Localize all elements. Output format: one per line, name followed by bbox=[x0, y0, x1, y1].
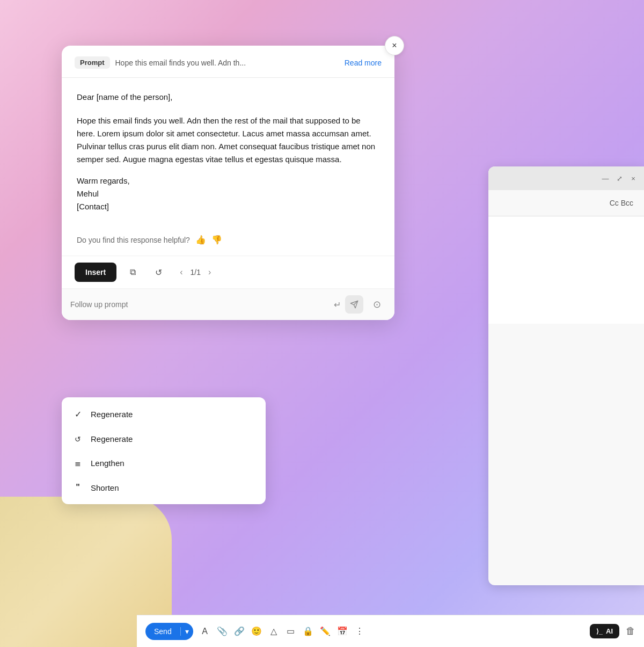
action-bar: Insert ⧉ ↺ ‹ 1/1 › bbox=[62, 256, 394, 288]
thumbs-up-icon[interactable]: 👍 bbox=[195, 235, 206, 245]
cc-bcc-label: Cc Bcc bbox=[610, 199, 633, 207]
prev-page-button[interactable]: ‹ bbox=[177, 265, 186, 279]
cc-bcc-area: Cc Bcc bbox=[488, 190, 644, 216]
compose-toolbar: Send ▾ A 📎 🔗 🙂 △ ▭ 🔒 ✏️ 📅 ⋮ ⟩_ AI 🗑 bbox=[137, 615, 644, 647]
calendar-icon[interactable]: 📅 bbox=[337, 626, 348, 637]
return-icon[interactable]: ↵ bbox=[334, 300, 341, 310]
prompt-header: Prompt Hope this email finds you well. A… bbox=[62, 46, 394, 78]
feedback-question: Do you find this response helpful? bbox=[77, 236, 190, 244]
refresh-icon[interactable]: ↺ bbox=[149, 263, 168, 282]
insert-button[interactable]: Insert bbox=[75, 263, 116, 282]
format-text-icon[interactable]: A bbox=[200, 626, 210, 637]
thumbs-down-icon[interactable]: 👎 bbox=[211, 235, 222, 245]
email-body: Hope this email finds you well. Adn then… bbox=[77, 114, 379, 166]
refresh-dropdown-icon: ↺ bbox=[72, 435, 83, 444]
target-icon[interactable]: ⊙ bbox=[368, 295, 386, 314]
read-more-link[interactable]: Read more bbox=[345, 59, 382, 67]
check-icon: ✓ bbox=[72, 409, 83, 419]
dropdown-item-shorten[interactable]: " Shorten bbox=[62, 475, 266, 500]
dropdown-menu: ✓ Regenerate ↺ Regenerate ≣ Lengthen " S… bbox=[62, 397, 266, 504]
dropdown-item-check-regenerate[interactable]: ✓ Regenerate bbox=[62, 402, 266, 427]
follow-up-area: ↵ ⊙ bbox=[62, 288, 394, 320]
pen-icon[interactable]: ✏️ bbox=[320, 626, 331, 637]
ai-panel: × Prompt Hope this email finds you well.… bbox=[62, 46, 394, 320]
attach-icon[interactable]: 📎 bbox=[217, 626, 228, 637]
dropdown-item-label-4: Shorten bbox=[91, 483, 119, 492]
delete-draft-icon[interactable]: 🗑 bbox=[626, 626, 635, 637]
photo-icon[interactable]: ▭ bbox=[286, 626, 296, 637]
shorten-icon: " bbox=[72, 483, 83, 492]
emoji-icon[interactable]: 🙂 bbox=[251, 626, 262, 637]
email-name: Mehul bbox=[77, 189, 99, 198]
send-label: Send bbox=[145, 627, 180, 636]
compose-close-button[interactable]: × bbox=[629, 174, 638, 183]
send-button[interactable]: Send ▾ bbox=[145, 623, 193, 640]
follow-up-input[interactable] bbox=[70, 300, 330, 309]
send-dropdown-arrow[interactable]: ▾ bbox=[180, 627, 193, 636]
copy-icon[interactable]: ⧉ bbox=[123, 263, 142, 282]
lengthen-icon: ≣ bbox=[72, 459, 83, 468]
more-options-icon[interactable]: ⋮ bbox=[354, 626, 365, 637]
ai-icon: ⟩_ bbox=[596, 628, 603, 635]
link-icon[interactable]: 🔗 bbox=[234, 626, 245, 637]
compose-header: — ⤢ × bbox=[488, 166, 644, 190]
email-greeting: Dear [name of the person], bbox=[77, 91, 379, 104]
dropdown-item-label-3: Lengthen bbox=[91, 459, 125, 468]
prompt-badge: Prompt bbox=[75, 56, 110, 69]
feedback-row: Do you find this response helpful? 👍 👎 bbox=[62, 235, 394, 256]
compose-body[interactable] bbox=[488, 216, 644, 324]
next-page-button[interactable]: › bbox=[205, 265, 214, 279]
prompt-preview-text: Hope this email finds you well. Adn th..… bbox=[115, 59, 339, 67]
compose-window: — ⤢ × Cc Bcc bbox=[488, 166, 644, 585]
close-panel-button[interactable]: × bbox=[385, 36, 404, 55]
page-count: 1/1 bbox=[190, 268, 200, 277]
drive-icon[interactable]: △ bbox=[268, 626, 279, 637]
dropdown-item-lengthen[interactable]: ≣ Lengthen bbox=[62, 451, 266, 475]
email-contact: [Contact] bbox=[77, 202, 109, 211]
dropdown-item-label-1: Regenerate bbox=[91, 410, 133, 419]
send-follow-up-button[interactable] bbox=[345, 295, 363, 314]
email-closing: Warm regards, Mehul [Contact] bbox=[77, 175, 379, 213]
ai-label: AI bbox=[606, 627, 613, 635]
lock-icon[interactable]: 🔒 bbox=[303, 626, 313, 637]
maximize-button[interactable]: ⤢ bbox=[615, 174, 624, 183]
email-content: Dear [name of the person], Hope this ema… bbox=[62, 78, 394, 235]
minimize-button[interactable]: — bbox=[601, 174, 610, 183]
dropdown-item-refresh-regenerate[interactable]: ↺ Regenerate bbox=[62, 427, 266, 451]
dropdown-item-label-2: Regenerate bbox=[91, 434, 133, 444]
pagination: ‹ 1/1 › bbox=[177, 265, 214, 279]
paper-plane-icon bbox=[350, 300, 358, 309]
ai-button[interactable]: ⟩_ AI bbox=[590, 624, 619, 638]
